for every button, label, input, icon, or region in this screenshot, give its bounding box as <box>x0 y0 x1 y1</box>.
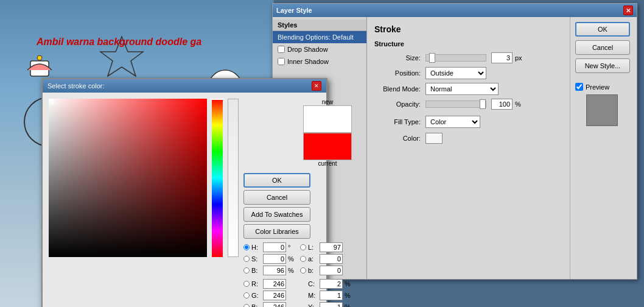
c-unit: % <box>345 280 352 288</box>
add-to-swatches-button[interactable]: Add To Swatches <box>243 207 310 222</box>
preview-new-swatch <box>303 105 352 133</box>
g-radio[interactable] <box>243 292 250 298</box>
styles-item-inner-shadow[interactable]: Inner Shadow <box>273 55 366 68</box>
g-input[interactable] <box>263 291 286 300</box>
blend-mode-label: Blend Mode: <box>374 85 423 93</box>
styles-panel-header: Styles <box>273 19 366 31</box>
cp-ok-button[interactable]: OK <box>243 173 310 188</box>
b-field-row: B: % <box>243 266 295 275</box>
opacity-input[interactable] <box>491 99 513 110</box>
styles-item-drop-shadow[interactable]: Drop Shadow <box>273 43 366 55</box>
new-style-button[interactable]: New Style... <box>575 58 630 73</box>
cp-fields-left: H: ° S: % B: % <box>243 242 295 307</box>
gradient-dark <box>49 99 207 257</box>
alpha-slider[interactable] <box>228 99 239 257</box>
gradient-base <box>49 99 207 257</box>
cp-fields: H: ° S: % B: % <box>243 242 352 307</box>
hue-slider-container[interactable] <box>212 99 223 257</box>
opacity-slider[interactable] <box>425 101 486 108</box>
y-label: Y: <box>308 303 318 307</box>
b2-input[interactable] <box>263 302 286 307</box>
preview-box <box>586 94 618 126</box>
blend-mode-row: Blend Mode: Normal Multiply Screen <box>374 83 562 95</box>
s-input[interactable] <box>263 254 286 264</box>
b2-radio[interactable] <box>243 304 250 307</box>
s-field-row: S: % <box>243 254 295 264</box>
r-radio[interactable] <box>243 281 250 287</box>
h-unit: ° <box>288 244 295 251</box>
y-input[interactable] <box>320 302 343 307</box>
b-input[interactable] <box>263 266 286 275</box>
b2-label: B: <box>251 303 261 307</box>
l-label: L: <box>308 244 318 251</box>
hue-slider[interactable] <box>212 99 223 257</box>
h-input[interactable] <box>263 242 286 252</box>
b3-input[interactable] <box>320 266 343 275</box>
color-picker-close-button[interactable]: ✕ <box>312 81 321 91</box>
layer-style-titlebar: Layer Style ✕ <box>273 4 637 17</box>
preview-current-swatch <box>303 133 352 160</box>
position-select[interactable]: Outside Inside Center <box>425 67 486 79</box>
a-radio[interactable] <box>300 256 306 262</box>
blend-mode-select[interactable]: Normal Multiply Screen <box>425 83 499 95</box>
layer-style-close-button[interactable]: ✕ <box>623 5 633 15</box>
r-label: R: <box>251 280 261 288</box>
size-slider[interactable] <box>425 54 486 62</box>
s-unit: % <box>288 255 295 263</box>
layer-style-title: Layer Style <box>276 7 312 14</box>
l-input[interactable] <box>320 242 343 252</box>
l-radio[interactable] <box>300 244 306 250</box>
preview-new-label: new <box>303 99 352 105</box>
color-picker-titlebar: Select stroke color: ✕ <box>43 79 326 93</box>
b3-radio[interactable] <box>300 267 306 273</box>
size-label: Size: <box>374 54 423 62</box>
fill-type-select[interactable]: Color Gradient Pattern <box>425 116 480 128</box>
h-radio[interactable] <box>243 244 250 250</box>
h-label: H: <box>251 244 261 251</box>
c-input[interactable] <box>320 279 343 289</box>
color-row: Color: <box>374 133 562 144</box>
position-row: Position: Outside Inside Center <box>374 67 562 79</box>
m-label: M: <box>308 292 318 299</box>
r-input[interactable] <box>263 279 286 289</box>
drop-shadow-checkbox[interactable] <box>278 46 285 53</box>
cp-preview: new current <box>243 99 352 167</box>
size-row: Size: px <box>374 52 562 63</box>
m-field-row: M: % <box>300 291 352 300</box>
b3-label: b: <box>308 267 318 274</box>
preview-checkbox[interactable] <box>575 83 583 91</box>
opacity-unit: % <box>515 101 521 108</box>
preview-label: Preview <box>586 83 609 91</box>
ok-button[interactable]: OK <box>575 22 630 37</box>
a-input[interactable] <box>320 254 343 264</box>
inner-shadow-checkbox[interactable] <box>278 58 285 65</box>
b-radio[interactable] <box>243 267 250 273</box>
stroke-panel: Stroke Structure Size: px Position: Outs… <box>367 17 570 279</box>
gradient-cursor <box>49 99 54 104</box>
b3-field-row: b: <box>300 266 352 275</box>
size-input[interactable] <box>491 52 513 63</box>
m-input[interactable] <box>320 291 343 300</box>
styles-item-blending[interactable]: Blending Options: Default <box>273 31 366 43</box>
color-libraries-button[interactable]: Color Libraries <box>243 224 310 239</box>
size-unit: px <box>515 54 522 62</box>
styles-item-label: Drop Shadow <box>287 46 328 53</box>
color-gradient-box[interactable] <box>49 99 207 257</box>
m-unit: % <box>345 292 352 299</box>
svg-point-4 <box>37 55 42 60</box>
c-label: C: <box>308 280 318 288</box>
cp-cancel-button[interactable]: Cancel <box>243 190 310 205</box>
r-field-row: R: <box>243 279 295 289</box>
g-field-row: G: <box>243 291 295 300</box>
s-radio[interactable] <box>243 256 250 262</box>
color-picker-body: new current OK Cancel Add To Swatches Co… <box>43 93 326 307</box>
b-unit: % <box>288 267 295 274</box>
cancel-button[interactable]: Cancel <box>575 40 630 55</box>
a-field-row: a: <box>300 254 352 264</box>
h-field-row: H: ° <box>243 242 295 252</box>
hue-cursor <box>210 99 225 101</box>
fill-type-label: Fill Type: <box>374 118 423 125</box>
color-swatch[interactable] <box>425 133 443 144</box>
alpha-slider-container[interactable] <box>228 99 239 257</box>
y-field-row: Y: % <box>300 302 352 307</box>
